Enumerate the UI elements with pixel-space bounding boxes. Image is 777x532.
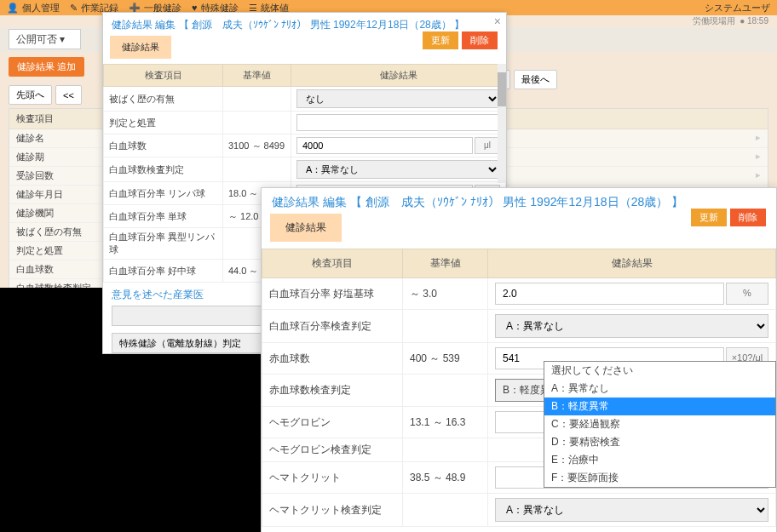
dropdown-option[interactable]: C：要経過観察 <box>544 415 775 433</box>
unit-label: μl <box>475 137 500 154</box>
nav-prev[interactable]: << <box>55 85 82 105</box>
row-label: 被ばく歴の有無 <box>104 87 223 112</box>
row-label: ヘマトクリット <box>262 462 403 494</box>
tab-exam-results-1[interactable]: 健診結果 <box>110 36 171 59</box>
row-ref <box>223 87 291 112</box>
update-button-2[interactable]: 更新 <box>691 209 727 226</box>
public-select[interactable]: 公開可否 ▾ <box>9 29 81 49</box>
row-label: 白血球百分率 異型リンパ球 <box>104 228 223 260</box>
row-ref: 38.5 ～ 48.9 <box>403 462 488 494</box>
result-select[interactable]: A：異常なし <box>296 160 500 179</box>
row-ref: 3100 ～ 8499 <box>223 134 291 157</box>
row-ref: 13.1 ～ 16.3 <box>403 407 488 438</box>
table-row: 被ばく歴の有無なし <box>104 87 506 112</box>
nav-last[interactable]: 最後へ <box>514 70 557 89</box>
result-select[interactable]: A：異常なし <box>495 314 768 338</box>
modal1-title: 健診結果 編集 【 創源 成夫（ｿｳｹﾞﾝ ﾅﾘｵ） 男性 1992年12月18… <box>112 18 498 32</box>
dropdown-option[interactable]: D：要精密検査 <box>544 433 775 451</box>
table-row: 白血球数3100 ～ 8499μl <box>104 134 506 157</box>
row-ref: ～ 3.0 <box>403 278 488 310</box>
dropdown-option[interactable]: 選択してください <box>544 362 775 380</box>
result-input[interactable] <box>296 114 500 131</box>
dropdown-option[interactable]: F：要医師面接 <box>544 469 775 487</box>
close-icon[interactable]: × <box>494 14 501 28</box>
doctor-label-2: 意見を述べた産業医 <box>262 527 776 532</box>
table-row: 白血球百分率 好塩基球～ 3.0% <box>262 278 776 310</box>
dept-label: 労働現場用 <box>693 16 735 26</box>
update-button-1[interactable]: 更新 <box>423 31 458 49</box>
row-label: 判定と処置 <box>104 112 223 134</box>
row-label: 白血球百分率 リンパ球 <box>104 182 223 205</box>
col-ref: 基準値 <box>223 65 291 87</box>
table-row: 白血球数検査判定A：異常なし <box>104 157 506 182</box>
row-label: ヘモグロビン <box>262 407 403 438</box>
dropdown-option[interactable]: A：異常なし <box>544 380 775 398</box>
row-label: ヘマトクリット検査判定 <box>262 494 403 527</box>
delete-button-1[interactable]: 削除 <box>462 31 498 49</box>
row-label: 白血球百分率 好中球 <box>104 260 223 283</box>
table-row: 判定と処置 <box>104 112 506 134</box>
scroll-thumb[interactable] <box>498 72 506 106</box>
nav-first[interactable]: 先頭へ <box>9 85 52 105</box>
judgment-dropdown-open[interactable]: 選択してくださいA：異常なしB：軽度異常C：要経過観察D：要精密検査E：治療中F… <box>544 361 776 488</box>
result-input[interactable] <box>495 283 724 305</box>
table-row: 白血球百分率検査判定A：異常なし <box>262 310 776 343</box>
row-ref <box>403 310 488 343</box>
col-result-2: 健診結果 <box>488 249 776 278</box>
row-label: 白血球数検査判定 <box>104 157 223 182</box>
result-select[interactable]: なし <box>296 89 500 108</box>
delete-button-2[interactable]: 削除 <box>730 209 766 226</box>
table-row: ヘマトクリット検査判定A：異常なし <box>262 494 776 527</box>
user-label: システムユーザ <box>705 2 770 14</box>
row-label: 白血球百分率 単球 <box>104 205 223 228</box>
add-exam-button[interactable]: 健診結果 追加 <box>9 57 84 77</box>
clock: 18:59 <box>747 16 768 26</box>
row-label: 白血球百分率 好塩基球 <box>262 278 403 310</box>
unit-label: % <box>726 283 768 305</box>
col-item-2: 検査項目 <box>262 249 403 278</box>
row-label: 白血球百分率検査判定 <box>262 310 403 343</box>
scrollbar[interactable] <box>498 64 506 183</box>
row-label: ヘモグロビン検査判定 <box>262 438 403 462</box>
col-result: 健診結果 <box>291 65 506 87</box>
row-ref <box>403 438 488 462</box>
col-item: 検査項目 <box>104 65 223 87</box>
row-label: 白血球数 <box>104 134 223 157</box>
row-ref <box>403 375 488 407</box>
nav-personal[interactable]: 👤 個人管理 <box>7 2 60 14</box>
col-ref-2: 基準値 <box>403 249 488 278</box>
dropdown-option[interactable]: B：軽度異常 <box>544 398 775 415</box>
row-label: 赤血球数検査判定 <box>262 375 403 407</box>
result-input[interactable] <box>296 137 473 154</box>
row-ref <box>223 157 291 182</box>
row-label: 赤血球数 <box>262 343 403 375</box>
result-select[interactable]: A：異常なし <box>495 498 768 522</box>
dropdown-option[interactable]: E：治療中 <box>544 451 775 469</box>
row-ref <box>403 494 488 527</box>
row-ref <box>223 112 291 134</box>
row-ref: 400 ～ 539 <box>403 343 488 375</box>
tab-exam-results-2[interactable]: 健診結果 <box>270 214 342 242</box>
